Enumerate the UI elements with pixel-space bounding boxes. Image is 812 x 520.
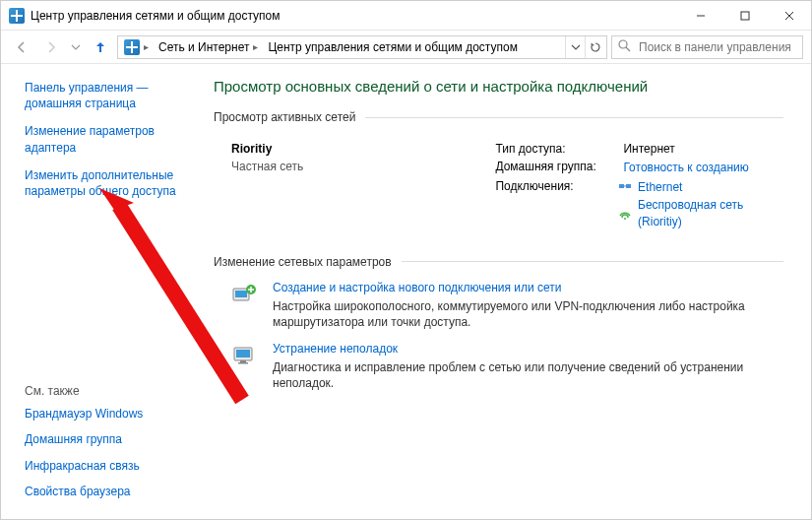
- svg-line-5: [626, 47, 630, 51]
- back-button[interactable]: [9, 34, 34, 60]
- action-new-connection: Создание и настройка нового подключения …: [231, 281, 783, 330]
- sidebar-see-also: См. также Брандмауэр Windows Домашняя гр…: [25, 364, 188, 509]
- new-connection-icon: [231, 283, 259, 306]
- maximize-button[interactable]: [722, 1, 767, 31]
- section-label: Изменение сетевых параметров: [214, 255, 392, 269]
- sidebar-link-advanced-sharing[interactable]: Изменить дополнительные параметры общего…: [25, 167, 188, 199]
- section-network-settings: Изменение сетевых параметров: [214, 255, 783, 269]
- svg-rect-6: [619, 184, 624, 188]
- prop-label-homegroup: Домашняя группа:: [495, 160, 623, 175]
- see-also-link-browser-properties[interactable]: Свойства браузера: [25, 484, 188, 499]
- search-input[interactable]: [637, 39, 796, 55]
- forward-button[interactable]: [38, 34, 64, 60]
- app-icon: [9, 8, 25, 24]
- svg-rect-11: [235, 291, 247, 297]
- svg-point-4: [619, 40, 627, 48]
- network-name: Rioritiy: [231, 142, 495, 156]
- troubleshoot-icon: [231, 344, 259, 367]
- action-link-troubleshoot[interactable]: Устранение неполадок: [273, 342, 783, 356]
- section-active-networks: Просмотр активных сетей: [214, 110, 783, 124]
- refresh-button[interactable]: [585, 36, 604, 58]
- nav-bar: ▸ Сеть и Интернет ▸ Центр управления сет…: [1, 31, 811, 64]
- recent-dropdown-button[interactable]: [68, 34, 84, 60]
- network-type: Частная сеть: [231, 160, 495, 173]
- page-heading: Просмотр основных сведений о сети и наст…: [214, 78, 783, 95]
- see-also-link-homegroup[interactable]: Домашняя группа: [25, 431, 188, 447]
- divider: [365, 117, 783, 118]
- address-bar[interactable]: ▸ Сеть и Интернет ▸ Центр управления сет…: [117, 35, 607, 59]
- section-label: Просмотр активных сетей: [214, 110, 355, 124]
- title-bar: Центр управления сетями и общим доступом: [1, 1, 811, 31]
- svg-rect-7: [626, 184, 631, 188]
- svg-rect-17: [240, 360, 246, 362]
- minimize-button[interactable]: [678, 1, 722, 31]
- breadcrumb-root[interactable]: ▸: [120, 39, 153, 55]
- svg-rect-16: [236, 350, 250, 358]
- chevron-right-icon: ▸: [253, 41, 258, 52]
- see-also-link-infrared[interactable]: Инфракрасная связь: [25, 458, 188, 474]
- action-troubleshoot: Устранение неполадок Диагностика и испра…: [231, 342, 783, 391]
- svg-rect-1: [741, 12, 749, 20]
- connection-link-wifi[interactable]: Беспроводная сеть (Rioritiy): [638, 197, 783, 228]
- divider: [402, 261, 783, 262]
- network-properties: Тип доступа: Интернет Домашняя группа: Г…: [495, 142, 783, 233]
- action-desc: Диагностика и исправление проблем с сеть…: [273, 359, 783, 391]
- prop-label-access: Тип доступа:: [495, 142, 623, 156]
- window-title: Центр управления сетями и общим доступом: [31, 9, 281, 23]
- up-button[interactable]: [88, 34, 113, 60]
- svg-point-9: [624, 218, 626, 220]
- active-network-block: Rioritiy Частная сеть Тип доступа: Интер…: [231, 142, 783, 233]
- chevron-right-icon: ▸: [144, 41, 149, 52]
- action-link-new-connection[interactable]: Создание и настройка нового подключения …: [273, 281, 783, 294]
- see-also-header: См. также: [25, 384, 188, 398]
- prop-link-homegroup[interactable]: Готовность к созданию: [623, 160, 748, 175]
- breadcrumb-item-network[interactable]: Сеть и Интернет ▸: [155, 40, 262, 54]
- svg-rect-18: [238, 362, 248, 364]
- close-button[interactable]: [767, 1, 811, 31]
- breadcrumb-root-icon: [124, 39, 140, 55]
- sidebar-link-adapter-settings[interactable]: Изменение параметров адаптера: [25, 123, 188, 155]
- see-also-link-firewall[interactable]: Брандмауэр Windows: [25, 406, 188, 422]
- connection-link-ethernet[interactable]: Ethernet: [638, 179, 682, 195]
- main-panel: Просмотр основных сведений о сети и наст…: [198, 64, 811, 519]
- action-desc: Настройка широкополосного, коммутируемог…: [273, 298, 783, 330]
- ethernet-icon: [618, 181, 632, 193]
- prop-value-access: Интернет: [623, 142, 674, 156]
- breadcrumb-label: Сеть и Интернет: [158, 40, 249, 54]
- search-box[interactable]: [611, 35, 803, 59]
- address-dropdown-button[interactable]: [565, 36, 585, 58]
- search-icon: [618, 39, 631, 55]
- breadcrumb-label: Центр управления сетями и общим доступом: [268, 40, 518, 54]
- sidebar-link-home[interactable]: Панель управления — домашняя страница: [25, 80, 188, 111]
- sidebar: Панель управления — домашняя страница Из…: [1, 64, 198, 519]
- prop-label-connections: Подключения:: [495, 179, 618, 229]
- wifi-icon: [618, 208, 632, 220]
- breadcrumb-item-sharing-center[interactable]: Центр управления сетями и общим доступом: [264, 40, 522, 54]
